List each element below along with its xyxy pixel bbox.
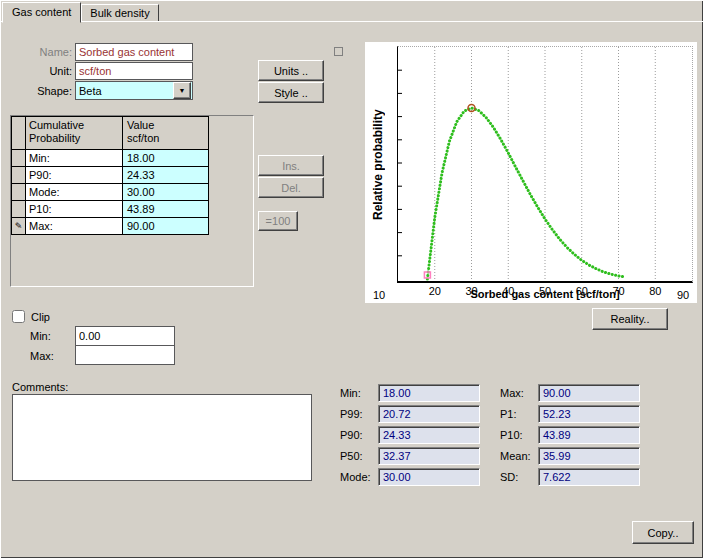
stat-label: P10: [500, 429, 523, 441]
pencil-icon: ✎ [15, 221, 23, 231]
row-label: P10: [26, 201, 123, 218]
x-axis-label: Sorbed gas content [scf/ton] [397, 288, 693, 300]
chart-plot-area[interactable] [397, 46, 693, 283]
stat-value: 24.33 [378, 426, 480, 444]
value-header-line1: Value [127, 119, 154, 131]
chevron-down-icon[interactable]: ▼ [173, 82, 191, 99]
shape-label: Shape: [28, 85, 72, 97]
row-selector [12, 201, 26, 218]
table-row: Mode: 30.00 [12, 184, 209, 201]
clip-min-label: Min: [30, 330, 51, 342]
row-selector [12, 167, 26, 184]
shape-dropdown[interactable]: Beta ▼ [75, 81, 193, 100]
clip-max-input[interactable] [75, 345, 175, 365]
row-selector-header [12, 117, 26, 150]
plot-svg[interactable] [398, 47, 692, 281]
stat-value: 30.00 [378, 468, 480, 486]
tab-gas-content[interactable]: Gas content [2, 2, 81, 23]
value-column-header: Value scf/ton [123, 117, 209, 150]
insert-row-button[interactable]: Ins. [258, 155, 324, 176]
stat-value: 52.23 [538, 405, 640, 423]
shape-dropdown-value: Beta [76, 85, 173, 97]
distribution-chart: Relative probability 20304050607080 10 9… [365, 42, 697, 303]
table-row: Min: 18.00 [12, 150, 209, 167]
percentile-grid-panel: Cumulative Probability Value scf/ton Min… [10, 115, 254, 287]
stat-label: Min: [340, 387, 361, 399]
unit-input[interactable]: scf/ton [75, 62, 193, 80]
distribution-editor-dialog: Gas content Bulk density Name: Sorbed ga… [0, 0, 703, 558]
stat-value: 20.72 [378, 405, 480, 423]
stat-value: 35.99 [538, 447, 640, 465]
style-button[interactable]: Style .. [258, 82, 324, 103]
tab-bulk-density[interactable]: Bulk density [81, 4, 158, 21]
stat-value: 32.37 [378, 447, 480, 465]
stat-label: P50: [340, 450, 363, 462]
clip-max-label: Max: [30, 350, 54, 362]
stat-label: Mean: [500, 450, 531, 462]
row-value-cell[interactable]: 30.00 [123, 184, 209, 201]
normalize-100-button[interactable]: =100 [258, 211, 298, 231]
reality-button[interactable]: Reality.. [592, 308, 668, 330]
row-label: Max: [26, 218, 123, 235]
stat-value: 7.622 [538, 468, 640, 486]
stat-label: P90: [340, 429, 363, 441]
clip-min-input[interactable] [75, 326, 175, 346]
row-value-cell[interactable]: 18.00 [123, 150, 209, 167]
name-input[interactable]: Sorbed gas content [75, 43, 193, 61]
stat-label: Max: [500, 387, 524, 399]
stat-value: 90.00 [538, 384, 640, 402]
row-selector: ✎ [12, 218, 26, 235]
row-selector [12, 184, 26, 201]
table-row: ✎ Max: 90.00 [12, 218, 209, 235]
probability-column-header: Cumulative Probability [26, 117, 123, 150]
probability-header-line2: Probability [29, 132, 80, 144]
comments-label: Comments: [12, 381, 68, 393]
stat-label: P1: [500, 408, 517, 420]
row-value-cell[interactable]: 24.33 [123, 167, 209, 184]
probability-header-line1: Cumulative [29, 119, 84, 131]
row-value-cell[interactable]: 43.89 [123, 201, 209, 218]
comments-textarea[interactable] [12, 394, 312, 481]
stat-label: Mode: [340, 471, 371, 483]
stat-value: 18.00 [378, 384, 480, 402]
y-axis-label: Relative probability [371, 46, 385, 283]
row-label: P90: [26, 167, 123, 184]
name-label: Name: [28, 46, 72, 58]
unit-label: Unit: [28, 65, 72, 77]
row-selector [12, 150, 26, 167]
copy-button[interactable]: Copy.. [632, 521, 694, 544]
table-header-row: Cumulative Probability Value scf/ton [12, 117, 209, 150]
row-value-cell[interactable]: 90.00 [123, 218, 209, 235]
clip-label: Clip [31, 311, 50, 323]
table-row: P90: 24.33 [12, 167, 209, 184]
stat-label: P99: [340, 408, 363, 420]
stat-value: 43.89 [538, 426, 640, 444]
row-label: Min: [26, 150, 123, 167]
percentile-table: Cumulative Probability Value scf/ton Min… [11, 116, 209, 235]
stat-label: SD: [500, 471, 518, 483]
x-axis-min-label: 10 [369, 289, 389, 301]
tab-bar: Gas content Bulk density [2, 2, 159, 23]
clip-checkbox[interactable] [12, 310, 25, 323]
row-label: Mode: [26, 184, 123, 201]
indicator-box [334, 47, 343, 56]
value-header-line2: scf/ton [127, 132, 159, 144]
table-row: P10: 43.89 [12, 201, 209, 218]
units-button[interactable]: Units .. [258, 60, 324, 81]
delete-row-button[interactable]: Del. [258, 177, 324, 198]
